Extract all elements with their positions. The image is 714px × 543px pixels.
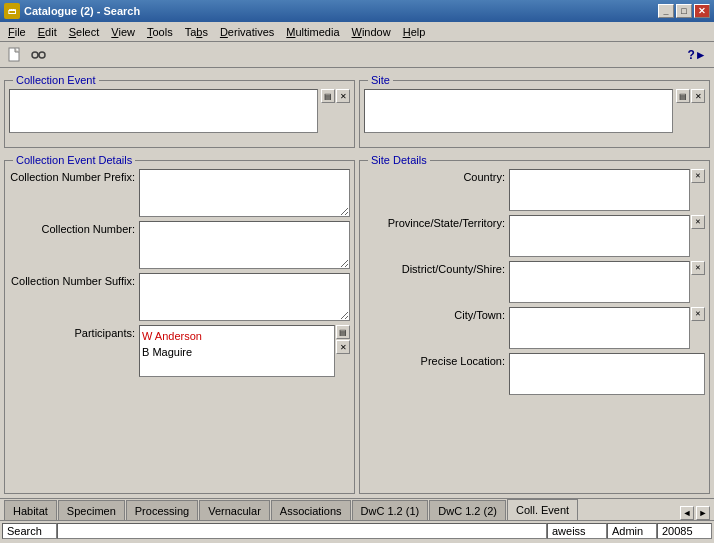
district-label: District/County/Shire: — [364, 261, 509, 275]
menu-bar: File Edit Select View Tools Tabs Derivat… — [0, 22, 714, 42]
collection-event-box: Collection Event ▤ ✕ — [4, 80, 355, 148]
menu-tools[interactable]: Tools — [141, 24, 179, 40]
svg-rect-0 — [9, 48, 19, 61]
svg-point-1 — [32, 52, 38, 58]
status-search-label: Search — [7, 525, 42, 537]
collection-number-suffix-row: Collection Number Suffix: — [9, 273, 350, 321]
country-row: Country: ✕ — [364, 169, 705, 211]
window-controls: _ □ ✕ — [658, 4, 710, 18]
menu-tabs[interactable]: Tabs — [179, 24, 214, 40]
site-box: Site ▤ ✕ — [359, 80, 710, 148]
site-wrapper: ▤ ✕ — [364, 85, 705, 135]
status-record-id: 20085 — [657, 523, 712, 539]
district-input[interactable] — [509, 261, 690, 303]
menu-select[interactable]: Select — [63, 24, 106, 40]
collection-event-details-inner: Collection Number Prefix: Collection Num… — [9, 165, 350, 377]
status-bar: Search aweiss Admin 20085 — [0, 520, 714, 540]
precise-location-input[interactable] — [509, 353, 705, 395]
menu-derivatives[interactable]: Derivatives — [214, 24, 280, 40]
collection-number-prefix-row: Collection Number Prefix: — [9, 169, 350, 217]
tab-navigation: ◄ ► — [680, 506, 710, 520]
toolbar: ?► — [0, 42, 714, 68]
tab-coll-event[interactable]: Coll. Event — [507, 499, 578, 520]
search-button[interactable] — [28, 44, 50, 66]
collection-event-clear-button[interactable]: ✕ — [336, 89, 350, 103]
tab-vernacular[interactable]: Vernacular — [199, 500, 270, 520]
status-message — [57, 523, 547, 539]
menu-edit[interactable]: Edit — [32, 24, 63, 40]
city-area: ✕ — [509, 307, 705, 349]
precise-location-area — [509, 353, 705, 395]
app-icon: 🗃 — [4, 3, 20, 19]
participants-clear-button[interactable]: ✕ — [336, 340, 350, 354]
status-role: Admin — [607, 523, 657, 539]
tab-prev-button[interactable]: ◄ — [680, 506, 694, 520]
province-input[interactable] — [509, 215, 690, 257]
province-area: ✕ — [509, 215, 705, 257]
province-clear-button[interactable]: ✕ — [691, 215, 705, 229]
collection-number-input[interactable] — [139, 221, 350, 269]
collection-event-details-title: Collection Event Details — [13, 154, 135, 166]
site-lookup-button[interactable]: ▤ — [676, 89, 690, 103]
tab-habitat[interactable]: Habitat — [4, 500, 57, 520]
menu-view[interactable]: View — [105, 24, 141, 40]
city-clear-button[interactable]: ✕ — [691, 307, 705, 321]
new-button[interactable] — [4, 44, 26, 66]
collection-number-row: Collection Number: — [9, 221, 350, 269]
maximize-button[interactable]: □ — [676, 4, 692, 18]
menu-multimedia[interactable]: Multimedia — [280, 24, 345, 40]
status-user-value: aweiss — [552, 525, 586, 537]
district-clear-button[interactable]: ✕ — [691, 261, 705, 275]
country-clear-button[interactable]: ✕ — [691, 169, 705, 183]
site-input[interactable] — [364, 89, 673, 133]
site-clear-button[interactable]: ✕ — [691, 89, 705, 103]
title-bar: 🗃 Catalogue (2) - Search _ □ ✕ — [0, 0, 714, 22]
collection-number-label: Collection Number: — [9, 221, 139, 235]
city-label: City/Town: — [364, 307, 509, 321]
status-user: aweiss — [547, 523, 607, 539]
menu-window[interactable]: Window — [346, 24, 397, 40]
precise-location-label: Precise Location: — [364, 353, 509, 367]
participants-list[interactable]: W Anderson B Maguire — [139, 325, 335, 377]
country-area: ✕ — [509, 169, 705, 211]
country-input[interactable] — [509, 169, 690, 211]
status-search: Search — [2, 523, 57, 539]
collection-event-lookup-button[interactable]: ▤ — [321, 89, 335, 103]
site-details-title: Site Details — [368, 154, 430, 166]
city-input[interactable] — [509, 307, 690, 349]
province-label: Province/State/Territory: — [364, 215, 509, 229]
tab-bar: Habitat Specimen Processing Vernacular A… — [0, 498, 714, 520]
participant-buttons: ▤ ✕ — [336, 325, 350, 354]
status-role-value: Admin — [612, 525, 643, 537]
province-row: Province/State/Territory: ✕ — [364, 215, 705, 257]
country-label: Country: — [364, 169, 509, 183]
collection-number-suffix-input[interactable] — [139, 273, 350, 321]
collection-event-buttons: ▤ ✕ — [321, 89, 350, 103]
collection-number-suffix-label: Collection Number Suffix: — [9, 273, 139, 287]
participants-label: Participants: — [9, 325, 139, 339]
menu-help[interactable]: Help — [397, 24, 432, 40]
main-content: Collection Event ▤ ✕ Collection Event De… — [0, 68, 714, 498]
tab-specimen[interactable]: Specimen — [58, 500, 125, 520]
collection-number-prefix-label: Collection Number Prefix: — [9, 169, 139, 183]
participant-item: B Maguire — [142, 344, 332, 360]
window-title: Catalogue (2) - Search — [24, 5, 658, 17]
participants-row: Participants: W Anderson B Maguire ▤ ✕ — [9, 325, 350, 377]
tab-processing[interactable]: Processing — [126, 500, 198, 520]
participant-item: W Anderson — [142, 328, 332, 344]
tab-associations[interactable]: Associations — [271, 500, 351, 520]
collection-number-prefix-input[interactable] — [139, 169, 350, 217]
tab-dwc12-2[interactable]: DwC 1.2 (2) — [429, 500, 506, 520]
precise-location-row: Precise Location: — [364, 353, 705, 395]
menu-file[interactable]: File — [2, 24, 32, 40]
site-details-box: Site Details Country: ✕ Province/State/T… — [359, 160, 710, 494]
binoculars-icon — [31, 47, 47, 63]
close-button[interactable]: ✕ — [694, 4, 710, 18]
minimize-button[interactable]: _ — [658, 4, 674, 18]
help-info-button[interactable]: ?► — [686, 44, 708, 66]
participants-lookup-button[interactable]: ▤ — [336, 325, 350, 339]
collection-event-input[interactable] — [9, 89, 318, 133]
collection-event-wrapper: ▤ ✕ — [9, 85, 350, 135]
tab-dwc12-1[interactable]: DwC 1.2 (1) — [352, 500, 429, 520]
tab-next-button[interactable]: ► — [696, 506, 710, 520]
